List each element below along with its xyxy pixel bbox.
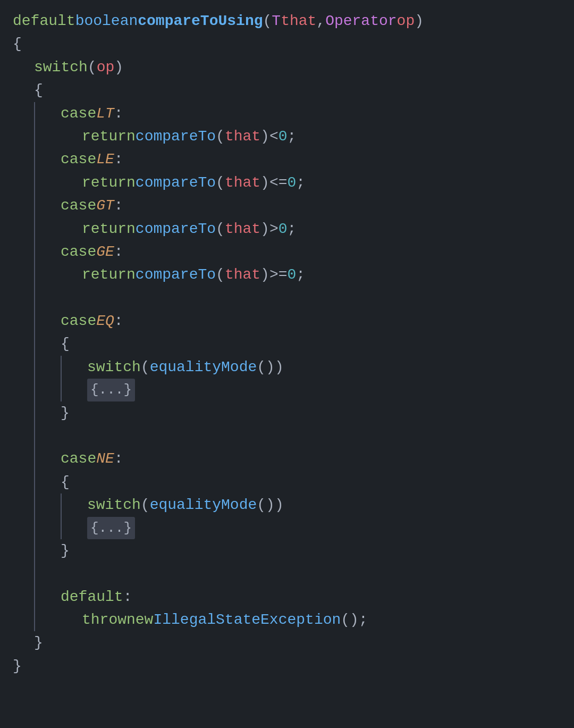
keyword-case-eq: case bbox=[61, 309, 96, 332]
line-throw: throw new IllegalStateException(); bbox=[35, 608, 561, 631]
line-case-le: case LE: bbox=[35, 148, 561, 171]
line-switch-ne-inner: switch( equalityMode() ) bbox=[62, 493, 561, 516]
line-return-gt: return compareTo( that ) > 0; bbox=[35, 217, 561, 240]
throw-parens: (); bbox=[341, 608, 367, 631]
comma: , bbox=[316, 10, 325, 32]
param-that: that bbox=[281, 10, 316, 32]
blank-line-2 bbox=[35, 424, 561, 447]
keyword-boolean: boolean bbox=[75, 10, 138, 32]
line-case-ne: case NE: bbox=[35, 447, 561, 470]
line-collapsed-ne: {...} bbox=[62, 517, 561, 539]
method-name: compareToUsing bbox=[138, 10, 263, 32]
brace-ne-open: { bbox=[61, 471, 70, 493]
brace-open-switch: { bbox=[34, 79, 43, 102]
method-compareTo-lt: compareTo bbox=[136, 125, 216, 148]
paren-gt2: ) bbox=[260, 217, 269, 240]
brace-eq-open: { bbox=[61, 332, 70, 355]
param-op: op bbox=[397, 10, 415, 32]
line-switch-op: switch( op ) bbox=[13, 56, 561, 79]
brace-method-close: } bbox=[13, 655, 22, 677]
keyword-return-lt: return bbox=[82, 125, 136, 148]
class-IllegalState: IllegalStateException bbox=[153, 608, 341, 631]
keyword-case-le: case bbox=[61, 148, 96, 171]
line-return-ge: return compareTo( that ) >= 0; bbox=[35, 263, 561, 286]
keyword-case-ne: case bbox=[61, 447, 96, 470]
line-brace-ne-open: { bbox=[35, 471, 561, 493]
switch-ne-parens: () bbox=[257, 493, 275, 516]
keyword-case-gt: case bbox=[61, 194, 96, 217]
collapsed-block-eq[interactable]: {...} bbox=[87, 379, 135, 401]
paren-close: ) bbox=[415, 10, 424, 32]
type-Operator: Operator bbox=[325, 10, 396, 32]
num-0-ge: 0 bbox=[288, 263, 297, 286]
paren-open: ( bbox=[263, 10, 272, 32]
switch-ne-paren1: ( bbox=[141, 493, 150, 516]
brace-ne-close: } bbox=[61, 539, 70, 562]
colon-default: : bbox=[123, 585, 132, 608]
line-brace-eq-close: } bbox=[35, 401, 561, 424]
brace-open: { bbox=[13, 32, 22, 55]
line-return-lt: return compareTo( that ) < 0; bbox=[35, 125, 561, 148]
collapsed-block-ne[interactable]: {...} bbox=[87, 517, 135, 539]
method-equalityMode-eq: equalityMode bbox=[150, 356, 257, 379]
keyword-switch-eq: switch bbox=[87, 356, 141, 379]
case-ne-italic: NE bbox=[96, 447, 114, 470]
num-0-gt: 0 bbox=[278, 217, 288, 240]
op-le: <= bbox=[269, 171, 288, 194]
param-that-ge: that bbox=[225, 263, 260, 286]
line-collapsed-eq: {...} bbox=[62, 379, 561, 401]
brace-switch-close: } bbox=[34, 631, 43, 654]
line-brace-method-close: } bbox=[13, 655, 561, 677]
code-editor: default boolean compareToUsing( T that, … bbox=[13, 10, 561, 677]
param-that-gt: that bbox=[225, 217, 260, 240]
keyword-throw: throw bbox=[82, 608, 126, 631]
method-equalityMode-ne: equalityMode bbox=[150, 493, 257, 516]
keyword-switch: switch bbox=[34, 56, 88, 79]
blank-line-1 bbox=[35, 287, 561, 309]
paren-le2: ) bbox=[260, 171, 269, 194]
keyword-case-lt: case bbox=[61, 102, 96, 125]
colon-ge: : bbox=[114, 240, 123, 263]
keyword-return-le: return bbox=[82, 171, 136, 194]
semi-le: ; bbox=[296, 171, 305, 194]
case-lt-italic: LT bbox=[96, 102, 114, 125]
paren-lt2: ) bbox=[260, 125, 269, 148]
paren-gt1: ( bbox=[216, 217, 225, 240]
switch-paren-close: ) bbox=[114, 56, 123, 79]
keyword-return-ge: return bbox=[82, 263, 136, 286]
num-0-lt: 0 bbox=[278, 125, 288, 148]
switch-eq-paren2: ) bbox=[275, 356, 284, 379]
colon-gt: : bbox=[114, 194, 123, 217]
case-gt-italic: GT bbox=[96, 194, 114, 217]
keyword-switch-ne: switch bbox=[87, 493, 141, 516]
paren-ge1: ( bbox=[216, 263, 225, 286]
op-ge: >= bbox=[269, 263, 288, 286]
line-brace-open-outer: { bbox=[13, 32, 561, 55]
semi-gt: ; bbox=[288, 217, 297, 240]
type-T: T bbox=[272, 10, 281, 32]
line-case-lt: case LT: bbox=[35, 102, 561, 125]
semi-ge: ; bbox=[296, 263, 305, 286]
keyword-case-ge: case bbox=[61, 240, 96, 263]
line-case-ge: case GE: bbox=[35, 240, 561, 263]
num-0-le: 0 bbox=[288, 171, 297, 194]
brace-eq-close: } bbox=[61, 401, 70, 424]
keyword-return-gt: return bbox=[82, 217, 136, 240]
keyword-new: new bbox=[126, 608, 153, 631]
switch-ne-paren2: ) bbox=[275, 493, 284, 516]
line-brace-eq-open: { bbox=[35, 332, 561, 355]
method-compareTo-gt: compareTo bbox=[136, 217, 216, 240]
paren-lt1: ( bbox=[216, 125, 225, 148]
method-compareTo-le: compareTo bbox=[136, 171, 216, 194]
line-brace-switch-close: } bbox=[13, 631, 561, 654]
var-op: op bbox=[97, 56, 115, 79]
colon-ne: : bbox=[114, 447, 123, 470]
line-default-case: default: bbox=[35, 585, 561, 608]
blank-line-3 bbox=[35, 562, 561, 585]
case-eq-italic: EQ bbox=[96, 309, 114, 332]
line-brace-ne-close: } bbox=[35, 539, 561, 562]
keyword-default: default bbox=[13, 10, 75, 32]
switch-paren: ( bbox=[88, 56, 97, 79]
semi-lt: ; bbox=[288, 125, 297, 148]
keyword-default-case: default bbox=[61, 585, 123, 608]
